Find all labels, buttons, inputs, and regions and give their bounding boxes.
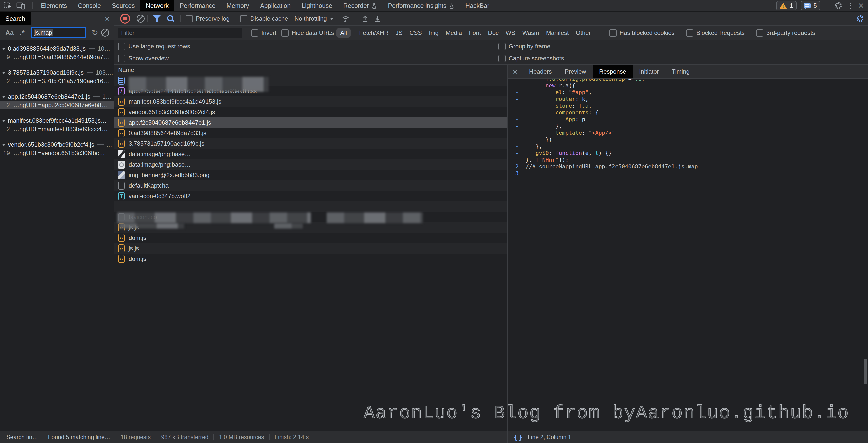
network-conditions-icon[interactable] [340,15,350,23]
group-by-frame-checkbox[interactable]: Group by frame [498,43,551,50]
close-devtools-icon[interactable]: × [858,1,864,10]
filter-type-img[interactable]: Img [429,29,439,36]
name-column-header[interactable]: Name [114,65,507,75]
tab-performance[interactable]: Performance [174,0,221,11]
request-row[interactable]: vendor.651b3c306fbc9f0b2cf4.js [114,107,507,117]
tab-lighthouse[interactable]: Lighthouse [296,0,338,11]
response-tab-headers[interactable]: Headers [523,65,558,78]
search-input[interactable]: js.map [31,28,86,38]
filter-type-font[interactable]: Font [469,29,481,36]
preserve-log-checkbox[interactable]: Preserve log [186,15,229,23]
regex-toggle[interactable]: .* [20,29,25,37]
clear-search-icon[interactable] [101,29,109,37]
filter-type-other[interactable]: Other [576,29,591,36]
settings-gear-icon[interactable] [834,1,843,10]
tab-application[interactable]: Application [255,0,296,11]
search-result-file[interactable]: app.f2c5040687e6eb8447e1.js1… [0,92,114,101]
filter-type-doc[interactable]: Doc [488,29,499,36]
filter-type-manifest[interactable]: Manifest [546,29,569,36]
tab-memory[interactable]: Memory [221,0,254,11]
disable-cache-checkbox[interactable]: Disable cache [240,15,288,23]
export-har-icon[interactable] [374,15,381,23]
network-filter-input[interactable]: Filter [118,28,242,38]
warnings-badge[interactable]: ! 1 [776,1,796,10]
checkbox [756,29,763,37]
tab-recorder[interactable]: Recorder [338,0,382,11]
search-match-line[interactable]: 2…ngURL=manifest.083bef9fccc4… [0,125,114,133]
request-row[interactable]: 3.785731a57190aed16f9c.js [114,138,507,149]
close-response-icon[interactable]: × [508,67,523,77]
hide-data-urls-checkbox[interactable]: Hide data URLs [281,29,334,37]
request-row[interactable]: dom.js [114,233,507,243]
import-har-icon[interactable] [361,15,369,23]
filter-type-all[interactable]: All [336,28,350,38]
request-row[interactable]: img_benner@2x.edb5b83.png [114,170,507,180]
format-code-icon[interactable]: {} [514,433,523,441]
capture-screenshots-checkbox[interactable]: Capture screenshots [498,55,564,62]
filter-funnel-icon[interactable] [153,15,161,22]
has-blocked-cookies-checkbox[interactable]: Has blocked cookies [610,29,675,37]
collapse-triangle-icon[interactable] [2,120,6,124]
tab-elements[interactable]: Elements [35,0,72,11]
search-panel-tab[interactable]: Search [0,12,31,26]
more-menu-icon[interactable]: ⋮ [847,2,854,9]
refresh-search-icon[interactable]: ↻ [92,28,98,37]
search-result-file[interactable]: vendor.651b3c306fbc9f0b2cf4.js… [0,140,114,149]
third-party-requests-checkbox[interactable]: 3rd-party requests [756,29,815,37]
search-match-line[interactable]: 9…ngURL=0.ad398885644e89da7… [0,53,114,61]
filter-type-css[interactable]: CSS [409,29,422,36]
request-row[interactable]: dom.js [114,254,507,264]
response-tab-timing[interactable]: Timing [665,65,696,78]
request-row[interactable] [114,201,507,212]
filter-type-js[interactable]: JS [396,29,403,36]
search-close-icon[interactable]: × [105,14,114,24]
search-result-file[interactable]: manifest.083bef9fccc4a1d49153.js… [0,116,114,125]
request-row[interactable]: defaultKaptcha [114,180,507,191]
scrollbar-thumb[interactable] [864,358,867,384]
collapse-triangle-icon[interactable] [2,72,6,76]
collapse-triangle-icon[interactable] [2,48,6,52]
invert-checkbox[interactable]: Invert [251,29,276,37]
record-network-log-button[interactable] [120,14,130,24]
request-row[interactable]: data:image/png;base… [114,149,507,159]
request-rows: app.275d8e24141dd16c2981e3c8aca93ea0.css… [114,75,507,431]
inspect-icon[interactable] [3,1,12,10]
tab-hackbar[interactable]: HackBar [460,0,495,11]
tab-network[interactable]: Network [141,0,175,11]
search-result-file[interactable]: 0.ad398885644e89da7d33.js10… [0,44,114,53]
filter-type-fetch-xhr[interactable]: Fetch/XHR [359,29,388,36]
request-row[interactable]: manifest.083bef9fccc4a1d49153.js [114,96,507,107]
collapse-triangle-icon[interactable] [2,96,6,100]
network-settings-gear-icon[interactable] [856,14,865,23]
search-match-line[interactable]: 19…ngURL=vendor.651b3c306fbc… [0,149,114,157]
search-match-line[interactable]: 2…ngURL=3.785731a57190aed16… [0,77,114,86]
tab-sources[interactable]: Sources [106,0,141,11]
messages-badge[interactable]: 5 [801,1,820,10]
match-case-toggle[interactable]: Aa [5,29,14,37]
response-tab-initiator[interactable]: Initiator [632,65,665,78]
request-row[interactable]: data:image/png;base… [114,159,507,170]
response-tab-response[interactable]: Response [593,65,632,78]
request-row[interactable]: vant-icon-0c347b.woff2 [114,191,507,201]
filter-type-wasm[interactable]: Wasm [522,29,539,36]
match-ellipsis: … [103,54,110,61]
response-tab-preview[interactable]: Preview [558,65,593,78]
request-row[interactable]: 0.ad398885644e89da7d33.js [114,128,507,138]
response-code-area[interactable]: - f.a.config.productionTip = !1,- new r.… [508,79,868,431]
collapse-triangle-icon[interactable] [2,144,6,148]
tab-console[interactable]: Console [72,0,106,11]
clear-network-log-icon[interactable] [137,15,145,23]
filter-type-ws[interactable]: WS [506,29,516,36]
blocked-requests-checkbox[interactable]: Blocked Requests [686,29,745,37]
tab-performance-insights[interactable]: Performance insights [382,0,460,11]
search-network-icon[interactable] [167,15,175,23]
throttling-select[interactable]: No throttling [294,15,333,22]
request-row[interactable]: js.js [114,243,507,254]
request-row[interactable]: app.f2c5040687e6eb8447e1.js [114,117,507,128]
search-match-line[interactable]: 2…ngURL=app.f2c5040687e6eb8… [0,101,114,109]
device-toolbar-icon[interactable] [17,1,26,10]
filter-type-media[interactable]: Media [446,29,462,36]
show-overview-checkbox[interactable]: Show overview [118,55,169,62]
use-large-request-rows-checkbox[interactable]: Use large request rows [118,43,190,50]
search-result-file[interactable]: 3.785731a57190aed16f9c.js103.… [0,68,114,77]
